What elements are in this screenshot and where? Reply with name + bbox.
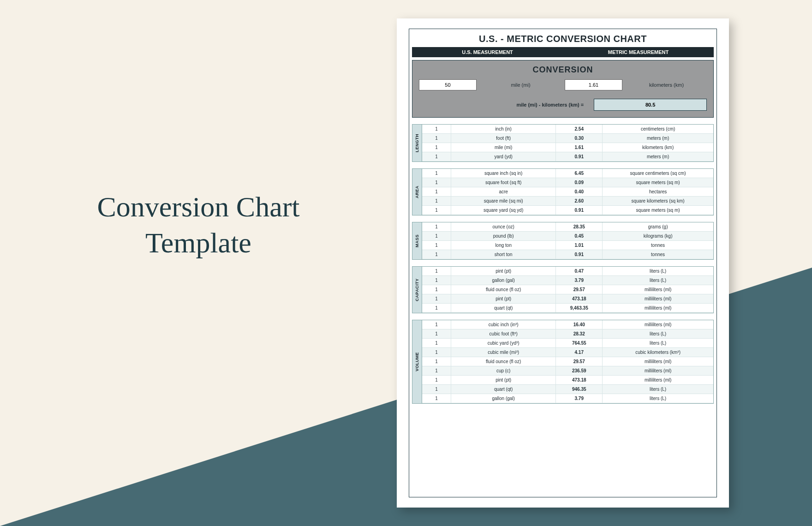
table-row: 1ounce (oz)28.35grams (g) (422, 222, 713, 232)
cell-factor: 29.57 (556, 285, 603, 294)
cell-factor: 236.59 (556, 366, 603, 376)
table-row: 1pound (lb)0.45kilograms (kg) (422, 232, 713, 241)
cell-factor: 946.35 (556, 385, 603, 394)
table-row: 1mile (mi)1.61kilometers (km) (422, 143, 713, 152)
cell-metric-unit: meters (m) (603, 134, 713, 143)
table-row: 1long ton1.01tonnes (422, 241, 713, 250)
cell-factor: 0.91 (556, 206, 603, 215)
cell-us-unit: acre (451, 187, 556, 197)
conversion-box: CONVERSION 50 mile (mi) 1.61 kilometers … (412, 60, 714, 118)
cell-metric-unit: tonnes (603, 250, 713, 259)
cell-qty: 1 (422, 143, 451, 152)
cell-metric-unit: grams (g) (603, 222, 713, 232)
table-row: 1square foot (sq ft)0.09square meters (s… (422, 178, 713, 187)
table-row: 1pint (pt)0.47liters (L) (422, 267, 713, 276)
cell-qty: 1 (422, 304, 451, 313)
cell-qty: 1 (422, 187, 451, 197)
doc-title: U.S. - METRIC CONVERSION CHART (412, 34, 714, 44)
section-capacity: CAPACITY1pint (pt)0.47liters (L)1gallon … (412, 266, 714, 313)
cell-factor: 29.57 (556, 357, 603, 366)
cell-factor: 4.17 (556, 348, 603, 357)
cell-metric-unit: square centimeters (sq cm) (603, 169, 713, 178)
cell-us-unit: pint (pt) (451, 294, 556, 304)
cell-factor: 1.61 (556, 143, 603, 152)
cell-factor: 6.45 (556, 169, 603, 178)
cell-us-unit: square inch (sq in) (451, 169, 556, 178)
cell-qty: 1 (422, 329, 451, 339)
table-row: 1inch (in)2.54centimeters (cm) (422, 125, 713, 134)
section-table: 1inch (in)2.54centimeters (cm)1foot (ft)… (422, 124, 714, 162)
cell-qty: 1 (422, 125, 451, 134)
table-row: 1fluid ounce (fl oz)29.57milliliters (ml… (422, 357, 713, 366)
table-row: 1cup (c)236.59milliliters (ml) (422, 366, 713, 376)
document-preview: U.S. - METRIC CONVERSION CHART U.S. MEAS… (397, 18, 729, 508)
table-row: 1short ton0.91tonnes (422, 250, 713, 259)
header-bar: U.S. MEASUREMENT METRIC MEASUREMENT (412, 47, 714, 57)
cell-metric-unit: liters (L) (603, 276, 713, 285)
cell-us-unit: foot (ft) (451, 134, 556, 143)
cell-qty: 1 (422, 169, 451, 178)
cell-metric-unit: milliliters (ml) (603, 304, 713, 313)
cell-us-unit: fluid ounce (fl oz) (451, 357, 556, 366)
cell-factor: 0.91 (556, 250, 603, 259)
section-area: AREA1square inch (sq in)6.45square centi… (412, 168, 714, 215)
section-table: 1pint (pt)0.47liters (L)1gallon (gal)3.7… (422, 266, 714, 313)
cell-us-unit: fluid ounce (fl oz) (451, 285, 556, 294)
cell-qty: 1 (422, 339, 451, 348)
cell-factor: 0.47 (556, 267, 603, 276)
cell-factor: 3.79 (556, 394, 603, 403)
cell-factor: 28.35 (556, 222, 603, 232)
cell-metric-unit: liters (L) (603, 339, 713, 348)
cell-metric-unit: tonnes (603, 241, 713, 250)
cell-metric-unit: milliliters (ml) (603, 294, 713, 304)
table-row: 1gallon (gal)3.79liters (L) (422, 394, 713, 403)
cell-metric-unit: liters (L) (603, 267, 713, 276)
section-label: VOLUME (412, 320, 422, 404)
cell-qty: 1 (422, 134, 451, 143)
cell-us-unit: cup (c) (451, 366, 556, 376)
cell-qty: 1 (422, 232, 451, 241)
conversion-output-unit: kilometers (km) (626, 82, 707, 88)
cell-us-unit: quart (qt) (451, 385, 556, 394)
cell-us-unit: cubic mile (mi³) (451, 348, 556, 357)
conversion-input-unit: mile (mi) (480, 82, 561, 88)
conversion-factor: 1.61 (565, 79, 622, 90)
cell-qty: 1 (422, 250, 451, 259)
cell-us-unit: cubic yard (yd³) (451, 339, 556, 348)
table-row: 1fluid ounce (fl oz)29.57milliliters (ml… (422, 285, 713, 294)
cell-qty: 1 (422, 385, 451, 394)
header-metric: METRIC MEASUREMENT (563, 47, 714, 57)
cell-us-unit: long ton (451, 241, 556, 250)
table-row: 1pint (pt)473.18milliliters (ml) (422, 376, 713, 385)
cell-factor: 3.79 (556, 276, 603, 285)
section-volume: VOLUME1cubic inch (in³)16.40milliliters … (412, 320, 714, 404)
table-row: 1quart (qt)9,463.35milliliters (ml) (422, 304, 713, 313)
cell-factor: 28.32 (556, 329, 603, 339)
cell-us-unit: quart (qt) (451, 304, 556, 313)
conversion-input-value[interactable]: 50 (419, 79, 477, 90)
cell-us-unit: pound (lb) (451, 232, 556, 241)
cell-qty: 1 (422, 197, 451, 206)
cell-us-unit: pint (pt) (451, 267, 556, 276)
cell-metric-unit: hectares (603, 187, 713, 197)
cell-us-unit: square foot (sq ft) (451, 178, 556, 187)
cell-us-unit: mile (mi) (451, 143, 556, 152)
cell-metric-unit: square meters (sq m) (603, 206, 713, 215)
cell-metric-unit: liters (L) (603, 385, 713, 394)
table-row: 1gallon (gal)3.79liters (L) (422, 276, 713, 285)
table-row: 1cubic inch (in³)16.40milliliters (ml) (422, 320, 713, 329)
cell-qty: 1 (422, 366, 451, 376)
cell-metric-unit: cubic kilometers (km³) (603, 348, 713, 357)
table-row: 1pint (pt)473.18milliliters (ml) (422, 294, 713, 304)
section-label: CAPACITY (412, 266, 422, 313)
section-mass: MASS1ounce (oz)28.35grams (g)1pound (lb)… (412, 222, 714, 260)
cell-qty: 1 (422, 222, 451, 232)
cell-qty: 1 (422, 206, 451, 215)
cell-metric-unit: milliliters (ml) (603, 357, 713, 366)
table-row: 1cubic yard (yd³)764.55liters (L) (422, 339, 713, 348)
cell-metric-unit: milliliters (ml) (603, 376, 713, 385)
cell-us-unit: cubic inch (in³) (451, 320, 556, 329)
table-row: 1yard (yd)0.91meters (m) (422, 152, 713, 161)
cell-qty: 1 (422, 357, 451, 366)
cell-us-unit: cubic foot (ft³) (451, 329, 556, 339)
